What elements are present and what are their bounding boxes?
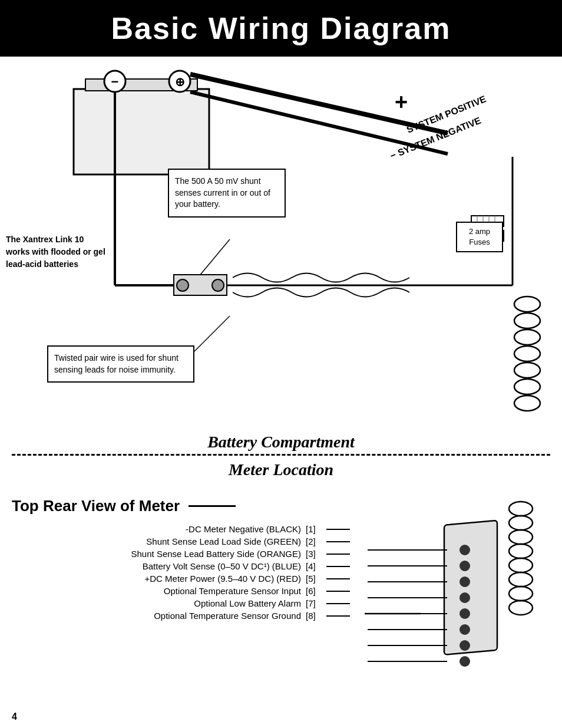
- svg-line-36: [194, 316, 230, 351]
- twisted-pair-text: Twisted pair wire is used for shunt sens…: [54, 353, 178, 374]
- svg-point-24: [514, 346, 540, 361]
- svg-point-21: [514, 297, 540, 312]
- terminal-number: [3]: [306, 549, 326, 559]
- svg-line-35: [200, 239, 230, 275]
- wiring-diagram: − ⊕ + SYSTEM POSITIVE − SYSTEM NEGATIVE: [0, 57, 562, 422]
- terminal-list: Top Rear View of Meter -DC Meter Negativ…: [12, 497, 362, 700]
- terminal-label: Shunt Sense Lead Load Side (GREEN): [12, 536, 306, 546]
- svg-point-51: [459, 624, 470, 635]
- terminal-row: -DC Meter Negative (BLACK) [1]: [12, 524, 350, 534]
- terminal-label: Battery Volt Sense (0–50 V DC¹) (BLUE): [12, 561, 306, 571]
- terminal-number: [7]: [306, 598, 326, 608]
- fuses-label: 2 ampFuses: [456, 222, 503, 252]
- svg-line-6: [190, 74, 448, 133]
- svg-point-22: [514, 313, 540, 328]
- svg-point-2: [104, 71, 125, 92]
- svg-text:⊕: ⊕: [175, 75, 185, 88]
- terminal-line: [326, 591, 350, 592]
- terminal-line: [326, 541, 350, 542]
- terminal-number: [6]: [306, 586, 326, 596]
- svg-rect-1: [85, 79, 197, 91]
- terminal-rows-container: -DC Meter Negative (BLACK) [1]Shunt Sens…: [12, 524, 350, 621]
- svg-point-27: [514, 396, 540, 411]
- svg-point-43: [509, 587, 533, 601]
- title-bar: Basic Wiring Diagram: [0, 0, 562, 57]
- terminal-line: [326, 615, 350, 617]
- svg-line-7: [190, 92, 448, 154]
- svg-point-38: [509, 516, 533, 530]
- xantrex-label: The Xantrex Link 10 works with flooded o…: [6, 233, 109, 271]
- page-number: 4: [12, 711, 17, 722]
- twisted-pair-callout: Twisted pair wire is used for shunt sens…: [47, 345, 194, 383]
- svg-point-50: [459, 608, 470, 619]
- svg-point-44: [509, 601, 533, 615]
- terminal-number: [5]: [306, 574, 326, 584]
- svg-text:+: +: [395, 90, 408, 114]
- terminal-row: Optional Temperature Sensor Input [6]: [12, 586, 350, 596]
- svg-point-25: [514, 363, 540, 378]
- title-line-decoration: [189, 505, 236, 507]
- top-rear-title-text: Top Rear View of Meter: [12, 497, 180, 515]
- terminal-row: Shunt Sense Lead Load Side (GREEN) [2]: [12, 536, 350, 546]
- terminal-number: [4]: [306, 561, 326, 571]
- shunt-callout: The 500 A 50 mV shunt senses current in …: [168, 169, 286, 218]
- xantrex-label-text: The Xantrex Link 10 works with flooded o…: [6, 235, 105, 269]
- svg-point-53: [459, 656, 470, 667]
- svg-point-52: [459, 640, 470, 651]
- svg-point-37: [509, 502, 533, 516]
- svg-rect-45: [444, 521, 497, 655]
- svg-point-42: [509, 572, 533, 587]
- terminal-label: Optional Temperature Sensor Input: [12, 586, 306, 596]
- terminal-row: Battery Volt Sense (0–50 V DC¹) (BLUE) […: [12, 561, 350, 571]
- svg-point-30: [212, 279, 224, 291]
- terminal-number: [1]: [306, 524, 326, 534]
- terminal-row: Optional Low Battery Alarm [7]: [12, 598, 350, 608]
- battery-compartment-label: Battery Compartment: [0, 428, 562, 454]
- svg-point-23: [514, 330, 540, 345]
- svg-point-49: [459, 592, 470, 603]
- page-title: Basic Wiring Diagram: [6, 11, 556, 46]
- terminal-line: [326, 578, 350, 579]
- svg-point-41: [509, 558, 533, 572]
- terminal-number: [2]: [306, 536, 326, 546]
- terminal-label: +DC Meter Power (9.5–40 V DC) (RED): [12, 574, 306, 584]
- shunt-callout-text: The 500 A 50 mV shunt senses current in …: [175, 176, 270, 209]
- terminal-line: [326, 603, 350, 604]
- terminal-row: Optional Temperature Sensor Ground [8]: [12, 611, 350, 621]
- svg-point-26: [514, 379, 540, 394]
- terminal-number: [8]: [306, 611, 326, 621]
- svg-point-4: [169, 71, 190, 92]
- terminal-line: [326, 554, 350, 555]
- terminal-label: Optional Temperature Sensor Ground: [12, 611, 306, 621]
- connector-svg: [362, 497, 550, 697]
- bottom-section: Top Rear View of Meter -DC Meter Negativ…: [0, 497, 562, 700]
- svg-rect-28: [174, 275, 227, 295]
- svg-point-40: [509, 544, 533, 558]
- terminal-label: Shunt Sense Lead Battery Side (ORANGE): [12, 549, 306, 559]
- svg-text:SYSTEM POSITIVE: SYSTEM POSITIVE: [405, 94, 488, 135]
- svg-rect-0: [74, 89, 209, 174]
- svg-point-47: [459, 561, 470, 571]
- section-divider: [12, 454, 550, 456]
- svg-point-48: [459, 577, 470, 587]
- svg-point-39: [509, 530, 533, 544]
- svg-text:− SYSTEM NEGATIVE: − SYSTEM NEGATIVE: [389, 115, 482, 161]
- terminal-row: Shunt Sense Lead Battery Side (ORANGE) […: [12, 549, 350, 559]
- terminal-label: -DC Meter Negative (BLACK): [12, 524, 306, 534]
- svg-point-46: [459, 545, 470, 555]
- top-rear-view-title: Top Rear View of Meter: [12, 497, 350, 515]
- fuses-text: 2 ampFuses: [469, 227, 490, 246]
- svg-text:−: −: [111, 74, 119, 89]
- terminal-line: [326, 529, 350, 530]
- meter-location-label: Meter Location: [0, 458, 562, 485]
- terminal-row: +DC Meter Power (9.5–40 V DC) (RED) [5]: [12, 574, 350, 584]
- svg-point-29: [177, 279, 189, 291]
- connector-diagram: [362, 497, 550, 700]
- terminal-line: [326, 566, 350, 567]
- terminal-label: Optional Low Battery Alarm: [12, 598, 306, 608]
